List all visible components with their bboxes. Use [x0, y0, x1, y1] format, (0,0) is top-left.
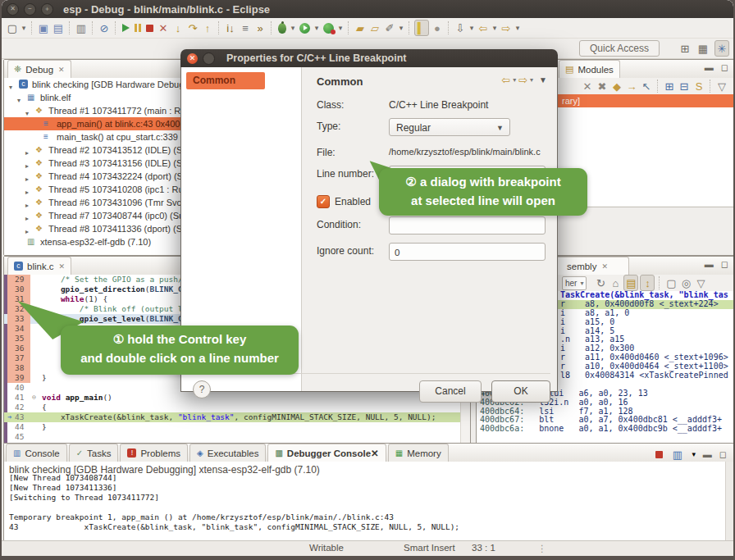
open-type-icon[interactable]: ▰	[354, 20, 367, 35]
chevron-down-icon[interactable]: ▾	[513, 76, 516, 84]
sync-icon[interactable]: ↕	[640, 275, 655, 291]
modules-minmax[interactable]: ▬ ◻	[705, 62, 731, 73]
cancel-button[interactable]: Cancel	[419, 380, 482, 403]
view-menu-icon[interactable]: ▽	[694, 275, 707, 290]
pin-icon[interactable]: ◎	[679, 275, 692, 290]
refresh-icon[interactable]: ↻	[594, 275, 607, 290]
forward-icon[interactable]: ⇨	[500, 20, 513, 35]
quick-access-button[interactable]: Quick Access	[579, 40, 660, 57]
dropdown-icon[interactable]: ▾	[290, 20, 296, 35]
annotation-icon[interactable]: ●	[431, 20, 444, 35]
suspend-icon[interactable]	[135, 24, 137, 32]
tab-close-icon[interactable]: ✕	[371, 448, 379, 459]
console-minmax[interactable]: ▬ ◻	[703, 449, 729, 460]
line-number[interactable]: 40	[7, 383, 30, 393]
line-number[interactable]: 42	[7, 403, 30, 412]
debug-perspective-icon[interactable]: ✳	[714, 40, 729, 57]
cpp-perspective-icon[interactable]: ▦	[696, 41, 710, 56]
line-number[interactable]: 29	[7, 275, 30, 285]
line-number[interactable]: 36	[7, 344, 30, 353]
run-icon[interactable]	[299, 23, 310, 34]
display-console-icon[interactable]: ▥	[671, 447, 684, 462]
dialog-minimize-icon[interactable]	[203, 52, 215, 65]
editor-line[interactable]: 44}	[4, 422, 470, 432]
condition-input[interactable]	[389, 216, 546, 234]
disassembly-minmax[interactable]: ▬ ◻	[705, 259, 731, 270]
line-number[interactable]: 35	[7, 334, 30, 344]
resume-icon[interactable]	[122, 24, 130, 32]
skip-breakpoints-icon[interactable]: ⊘	[98, 20, 111, 35]
view-menu-icon[interactable]: ▼	[539, 75, 547, 84]
tab-problems[interactable]: !Problems	[120, 444, 188, 462]
step-filters-icon[interactable]: ≡	[239, 20, 252, 35]
show-source-icon[interactable]: ▤	[623, 275, 638, 291]
tab-tasks[interactable]: ✓Tasks	[69, 444, 119, 462]
dialog-close-icon[interactable]: ✕	[187, 53, 198, 64]
dropdown-icon[interactable]: ▾	[337, 20, 344, 35]
line-number[interactable]: 45	[7, 432, 30, 442]
debug-icon[interactable]	[278, 23, 286, 34]
editor-line[interactable]: 45	[4, 432, 470, 442]
tab-executables[interactable]: ◈Executables	[189, 444, 266, 462]
step-mode-icon[interactable]: »	[253, 20, 267, 35]
delete-all-icon[interactable]: ✖	[596, 79, 609, 93]
step-into-icon[interactable]: ↓	[171, 20, 185, 35]
sort-icon[interactable]: S	[692, 79, 705, 93]
fold-icon[interactable]: ⊖	[32, 393, 40, 403]
open-perspective-icon[interactable]: ⊞	[678, 41, 692, 56]
delete-icon[interactable]: ✕	[581, 79, 594, 93]
expand-all-icon[interactable]: ⊞	[663, 79, 676, 93]
tab-debugger-console[interactable]: ▥Debugger Console✕	[267, 444, 386, 462]
add-symbols-icon[interactable]: ◆	[610, 79, 623, 93]
save-icon[interactable]: ▣	[37, 20, 50, 35]
line-number[interactable]: 37	[7, 353, 30, 363]
tab-modules[interactable]: ▤ Modules	[559, 60, 620, 78]
line-number[interactable]: 41	[7, 393, 30, 403]
ok-button[interactable]: OK	[491, 380, 550, 403]
enabled-checkbox[interactable]: ✓ Enabled	[317, 195, 371, 208]
home-icon[interactable]: ⌂	[609, 275, 622, 290]
forward-icon[interactable]: ⇨	[518, 74, 527, 86]
ignore-count-input[interactable]: 0	[389, 243, 546, 261]
editor-line[interactable]: 42{	[4, 403, 470, 412]
disconnect-icon[interactable]: ✕	[157, 20, 170, 35]
tab-close-icon[interactable]: ✕	[59, 262, 66, 271]
dropdown-icon[interactable]: ▾	[468, 20, 475, 35]
line-number[interactable]: 39	[7, 373, 30, 383]
type-select[interactable]: Regular ▼	[389, 118, 510, 136]
tab-close-icon[interactable]: ✕	[58, 66, 65, 74]
save-all-icon[interactable]: ▤	[52, 20, 65, 35]
open-resource-icon[interactable]: ▱	[368, 20, 381, 35]
dropdown-icon[interactable]: ▾	[514, 20, 521, 35]
editor-line[interactable]: 41⊖void app_main()	[4, 393, 470, 403]
terminate-icon[interactable]	[146, 25, 153, 32]
tab-memory[interactable]: ▦Memory	[388, 444, 449, 462]
location-combo[interactable]: her ▾	[562, 276, 587, 290]
line-number[interactable]: 34	[7, 324, 30, 334]
dropdown-icon[interactable]: ▾	[398, 20, 404, 35]
new-view-icon[interactable]: ▢	[664, 275, 678, 290]
console-scrollbar[interactable]	[725, 462, 733, 542]
sidebar-item-common[interactable]: Common	[186, 72, 265, 89]
dropdown-icon[interactable]: ▾	[21, 20, 27, 35]
help-button[interactable]: ?	[193, 380, 211, 398]
tab-debug[interactable]: ❈ Debug ✕	[7, 60, 71, 78]
load-symbols-icon[interactable]: →	[625, 79, 638, 93]
binary-icon[interactable]: ▥	[75, 20, 88, 35]
chevron-down-icon[interactable]: ▾	[691, 447, 697, 462]
coverage-icon[interactable]	[323, 23, 334, 34]
view-menu-icon[interactable]: ▽	[715, 79, 728, 93]
line-number[interactable]: 33	[7, 314, 30, 324]
mark-occurrences-icon[interactable]: ▍	[414, 20, 429, 36]
dropdown-icon[interactable]: ▾	[491, 20, 498, 35]
line-number[interactable]: 31	[7, 294, 30, 304]
back-icon[interactable]: ⇦	[501, 74, 510, 86]
tab-blink-c[interactable]: c blink.c ✕	[7, 257, 71, 275]
tab-console[interactable]: ▥Console	[6, 444, 67, 462]
console-body[interactable]: blink checking [GDB Hardware Debugging] …	[4, 462, 733, 542]
line-number[interactable]: 43	[7, 412, 30, 422]
back-icon[interactable]: ⇦	[477, 20, 490, 35]
tab-close-icon[interactable]: ✕	[601, 262, 608, 271]
last-edit-icon[interactable]: ⇩	[454, 20, 467, 35]
instruction-step-icon[interactable]: i↓	[224, 20, 237, 35]
